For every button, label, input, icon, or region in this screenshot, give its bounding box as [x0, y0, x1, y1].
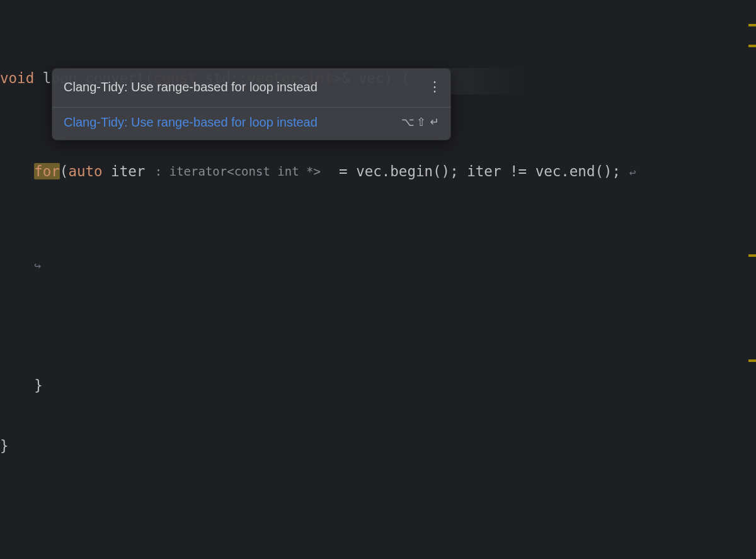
popup-title: Clang-Tidy: Use range-based for loop ins…	[64, 80, 318, 94]
shortcut-hint: ⌥⇧	[401, 115, 439, 130]
eq: =	[339, 163, 348, 179]
soft-wrap-continuation-icon: ↪	[34, 259, 41, 272]
brace-close: }	[34, 377, 43, 393]
key-enter-icon	[428, 118, 439, 127]
method-end: end	[570, 163, 595, 179]
ident-vec: vec	[536, 163, 561, 179]
key-alt-icon: ⌥	[401, 115, 415, 130]
inlay-hint-iterator: : iterator<const int *>	[154, 157, 322, 185]
ident-iter: iter	[111, 163, 145, 179]
method-begin: begin	[390, 163, 433, 179]
ident-vec: vec	[356, 163, 382, 179]
soft-wrap-marker-icon: ↩	[629, 166, 636, 179]
popup-body: Clang-Tidy: Use range-based for loop ins…	[52, 69, 450, 107]
code-line[interactable]: }	[0, 371, 756, 399]
blank-line[interactable]	[0, 492, 756, 520]
keyword-void: void	[0, 70, 34, 86]
code-line[interactable]: }	[0, 432, 756, 460]
brace-close: }	[0, 438, 9, 454]
semi: ;	[612, 163, 621, 179]
code-line[interactable]: for(auto iter : iterator<const int *> = …	[0, 157, 756, 185]
neq: !=	[510, 163, 527, 179]
popup-quickfix-link[interactable]: Clang-Tidy: Use range-based for loop ins…	[64, 114, 318, 131]
ident-iter: iter	[467, 163, 501, 179]
keyword-for: for	[34, 163, 60, 179]
popup-more-icon[interactable]: ⋮	[428, 77, 442, 91]
semi: ;	[450, 163, 459, 179]
key-shift-icon: ⇧	[416, 115, 427, 130]
code-line[interactable]: ↪	[0, 251, 756, 278]
code-line[interactable]	[0, 311, 756, 339]
popup-action-row[interactable]: Clang-Tidy: Use range-based for loop ins…	[52, 107, 450, 140]
inspection-popup[interactable]: Clang-Tidy: Use range-based for loop ins…	[52, 68, 451, 140]
keyword-auto: auto	[68, 163, 102, 179]
